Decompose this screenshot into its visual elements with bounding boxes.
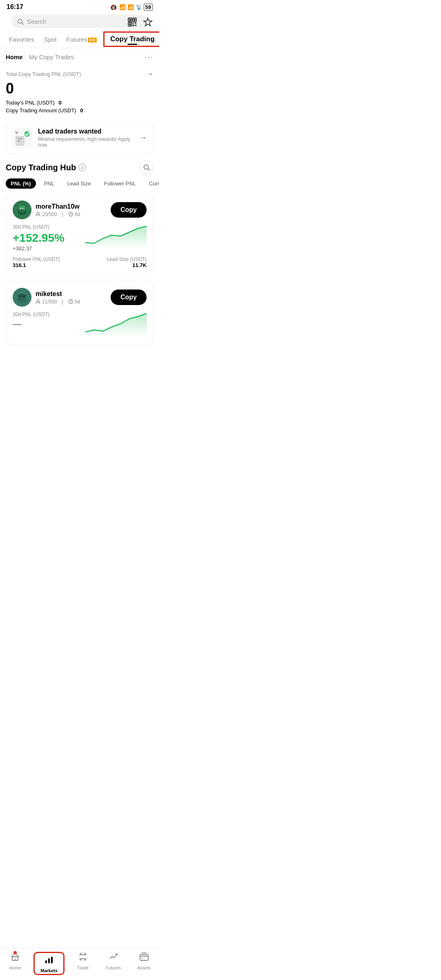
sub-nav-home[interactable]: Home bbox=[6, 53, 23, 60]
lead-traders-banner[interactable]: Lead traders wanted Minimal requirements… bbox=[6, 122, 154, 154]
pnl-30d-label-1: 30d PNL (USDT) bbox=[13, 312, 85, 317]
status-time: 16:17 bbox=[7, 3, 23, 11]
trader-time-1: 5d bbox=[68, 299, 80, 305]
svg-rect-39 bbox=[18, 295, 27, 296]
pnl-30d-pct-0: +152.95% bbox=[13, 232, 85, 245]
svg-line-20 bbox=[148, 169, 150, 171]
sub-nav-my-copy[interactable]: My Copy Trades bbox=[29, 53, 74, 60]
copy-button-1[interactable]: Copy bbox=[111, 290, 147, 305]
copy-button-0[interactable]: Copy bbox=[111, 202, 147, 218]
pnl-30d-abs-0: +382.37 bbox=[13, 245, 85, 252]
today-pnl-value: 0 bbox=[58, 100, 61, 106]
svg-point-26 bbox=[21, 209, 22, 209]
sub-navigation: Home My Copy Trades ··· bbox=[0, 48, 159, 66]
tab-navigation: Favorites Spot FuturesHO Copy Trading bbox=[0, 31, 159, 48]
svg-point-28 bbox=[20, 209, 24, 212]
svg-rect-8 bbox=[129, 23, 131, 25]
status-icons: 🔇 📶 📶 📡 59 bbox=[110, 4, 153, 11]
hub-info-icon[interactable]: i bbox=[78, 164, 86, 171]
hub-title-text: Copy Trading Hub bbox=[6, 163, 76, 172]
hub-search-icon[interactable] bbox=[140, 160, 154, 174]
today-pnl-label: Today's PNL (USDT) bbox=[6, 100, 55, 106]
signal-icon: 📶 bbox=[119, 4, 126, 10]
follower-pnl-label-0: Follower PNL (USDT) bbox=[13, 256, 60, 262]
filter-follower-pnl[interactable]: Follower PNL bbox=[99, 178, 141, 189]
star-icon[interactable] bbox=[142, 16, 154, 28]
filter-tabs: PNL (%) PNL Lead Size Follower PNL Curre… bbox=[0, 178, 159, 194]
filter-lead-size[interactable]: Lead Size bbox=[62, 178, 96, 189]
tab-copy-trading[interactable]: Copy Trading bbox=[103, 31, 159, 47]
svg-rect-16 bbox=[18, 140, 21, 142]
pnl-30d-pct-1: — bbox=[13, 319, 85, 330]
trader-time-0: 6d bbox=[68, 212, 80, 217]
qr-icon[interactable] bbox=[127, 16, 138, 28]
svg-rect-6 bbox=[134, 19, 136, 21]
svg-rect-15 bbox=[18, 138, 22, 139]
svg-point-27 bbox=[23, 209, 24, 209]
filter-pnl-pct[interactable]: PNL (%) bbox=[6, 178, 36, 189]
mini-chart-0 bbox=[85, 224, 147, 249]
pnl-30d-label-0: 30d PNL (USDT) bbox=[13, 224, 85, 230]
trader-card-0: moreThan10w 20/500 | 6d Copy 30d PNL (US… bbox=[6, 194, 154, 275]
trader-name-0: moreThan10w bbox=[36, 203, 80, 210]
lead-size-label-0: Lead Size (USDT) bbox=[107, 256, 147, 262]
svg-point-30 bbox=[22, 210, 23, 211]
tab-futures[interactable]: FuturesHO bbox=[62, 32, 102, 47]
svg-line-2 bbox=[22, 23, 23, 24]
lead-arrow-icon: → bbox=[139, 134, 147, 142]
lead-size-val-0: 11.7K bbox=[107, 262, 147, 268]
tab-spot[interactable]: Spot bbox=[39, 32, 62, 47]
lead-subtitle: Minimal requirements, high rewards! Appl… bbox=[38, 136, 134, 148]
search-icon bbox=[17, 18, 24, 25]
wifi2-icon: 📡 bbox=[136, 4, 142, 10]
trader-name-1: miketest bbox=[36, 290, 80, 298]
filter-current-foll[interactable]: Current Foll bbox=[144, 178, 159, 189]
pnl-total-value: 0 bbox=[6, 80, 154, 97]
hot-badge: HO bbox=[88, 38, 97, 42]
filter-pnl[interactable]: PNL bbox=[39, 178, 59, 189]
search-placeholder: Search bbox=[27, 18, 47, 25]
svg-text:🔇: 🔇 bbox=[110, 4, 117, 10]
svg-point-19 bbox=[144, 165, 149, 169]
status-bar: 16:17 🔇 📶 📶 📡 59 bbox=[0, 0, 159, 12]
mini-chart-1 bbox=[85, 312, 147, 336]
copy-amount-label: Copy Trading Amount (USDT) bbox=[6, 107, 76, 114]
trader-followers-0: 20/500 bbox=[36, 212, 57, 217]
lead-icon bbox=[13, 128, 32, 148]
follower-pnl-val-0: 316.1 bbox=[13, 262, 60, 268]
pnl-total-label: Total Copy Trading PNL (USDT) bbox=[6, 71, 81, 77]
copy-amount-value: 0 bbox=[80, 107, 83, 114]
battery-icon: 59 bbox=[144, 4, 153, 11]
mute-icon: 🔇 bbox=[110, 4, 118, 10]
svg-rect-4 bbox=[129, 19, 131, 21]
more-options-icon[interactable]: ··· bbox=[144, 52, 154, 62]
svg-rect-11 bbox=[133, 24, 134, 26]
svg-rect-12 bbox=[135, 24, 136, 26]
lead-title: Lead traders wanted bbox=[38, 128, 134, 135]
tab-favorites[interactable]: Favorites bbox=[4, 32, 39, 47]
trader-card-1: miketest 11/500 | 5d Copy 30d PNL (USDT) bbox=[6, 281, 154, 345]
pnl-section: Total Copy Trading PNL (USDT) → 0 Today'… bbox=[0, 66, 159, 119]
svg-rect-10 bbox=[135, 22, 136, 24]
svg-point-29 bbox=[21, 210, 22, 211]
trader-avatar-1 bbox=[13, 288, 31, 307]
trader-avatar-0 bbox=[13, 200, 31, 219]
pnl-arrow[interactable]: → bbox=[146, 70, 154, 78]
hub-header: Copy Trading Hub i bbox=[0, 160, 159, 178]
trader-followers-1: 11/500 bbox=[36, 299, 57, 305]
wifi-icon: 📶 bbox=[127, 4, 134, 10]
svg-rect-9 bbox=[133, 22, 134, 24]
